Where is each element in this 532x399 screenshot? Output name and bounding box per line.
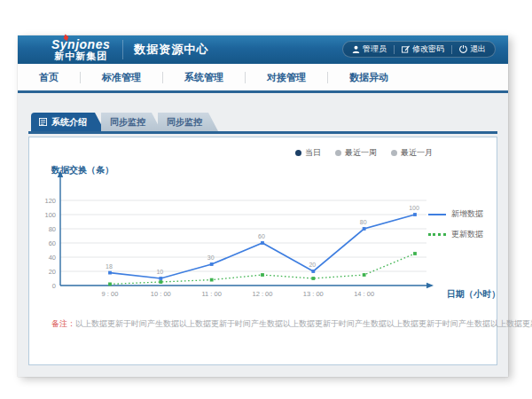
edit-icon [402, 45, 410, 53]
svg-text:30: 30 [207, 254, 215, 261]
user-toolbar: 管理员 修改密码 退出 [342, 41, 496, 58]
nav-item-standard-mgmt[interactable]: 标准管理 [81, 64, 162, 90]
range-option-today[interactable]: 当日 [295, 147, 321, 159]
logout-label: 退出 [470, 43, 486, 55]
svg-text:80: 80 [360, 219, 367, 225]
svg-text:40: 40 [49, 254, 56, 262]
pill-separator [394, 45, 395, 54]
header-divider [122, 40, 123, 59]
range-option-last-month[interactable]: 最近一月 [391, 147, 433, 159]
svg-text:60: 60 [49, 239, 56, 247]
svg-text:9 : 00: 9 : 00 [102, 290, 119, 298]
svg-text:14 : 00: 14 : 00 [354, 290, 374, 298]
page-title: 数据资源中心 [134, 42, 208, 58]
tab-bar: 系统介绍 同步监控 同步监控 [28, 113, 497, 134]
note-prefix: 备注： [51, 319, 75, 328]
tab-sync-monitor-1[interactable]: 同步监控 [101, 113, 161, 131]
main-nav: 首页 标准管理 系统管理 对接管理 数据异动 [18, 64, 508, 93]
time-range-selector: 当日 最近一周 最近一月 [295, 147, 433, 159]
svg-text:80: 80 [49, 225, 56, 233]
user-menu-button[interactable]: 管理员 [352, 43, 387, 55]
radio-selected-icon [295, 150, 301, 156]
logo-subtext: 新中新集团 [54, 51, 107, 61]
tab-label: 系统介绍 [51, 116, 87, 129]
logo-text: Synjones [51, 38, 110, 51]
range-option-last-week[interactable]: 最近一周 [335, 147, 377, 159]
user-icon [352, 45, 360, 53]
svg-text:10: 10 [156, 269, 163, 275]
pill-separator [451, 45, 452, 54]
svg-text:20: 20 [309, 262, 316, 268]
change-password-label: 修改密码 [412, 43, 444, 55]
radio-unselected-icon [335, 150, 341, 156]
range-option-label: 最近一周 [345, 147, 377, 159]
change-password-button[interactable]: 修改密码 [402, 43, 444, 55]
company-logo: Synjones 新中新集团 [51, 38, 110, 61]
chart-legend: 新增数据 更新数据 [428, 208, 492, 249]
legend-label: 更新数据 [451, 229, 483, 240]
svg-text:100: 100 [44, 211, 56, 219]
tab-sync-monitor-2[interactable]: 同步监控 [158, 113, 218, 131]
svg-text:120: 120 [44, 197, 56, 205]
svg-text:20: 20 [49, 268, 56, 276]
svg-text:10 : 00: 10 : 00 [151, 290, 171, 298]
logout-button[interactable]: 退出 [459, 43, 486, 55]
chart-panel: 当日 最近一周 最近一月 0204060801001209 : 0010 : 0… [28, 137, 497, 365]
content-area: 系统介绍 同步监控 同步监控 当日 最近一周 [18, 93, 508, 377]
document-icon [39, 118, 47, 126]
svg-text:18: 18 [106, 263, 113, 270]
power-icon [459, 45, 467, 53]
app-header: Synjones 新中新集团 数据资源中心 管理员 修改密码 退出 [18, 35, 508, 64]
range-option-label: 最近一月 [401, 147, 433, 159]
svg-text:12 : 00: 12 : 00 [253, 290, 273, 298]
svg-text:100: 100 [409, 205, 419, 211]
legend-swatch-solid [428, 214, 446, 215]
note-text: 以上数据更新于时间产生数据以上数据更新于时间产生数据以上数据更新于时间产生数据以… [75, 319, 532, 328]
svg-text:日期（小时）: 日期（小时） [447, 289, 499, 299]
svg-text:11 : 00: 11 : 00 [201, 290, 221, 298]
svg-text:60: 60 [258, 233, 265, 239]
nav-item-home[interactable]: 首页 [18, 64, 80, 90]
tab-label: 同步监控 [110, 116, 145, 129]
radio-unselected-icon [391, 150, 397, 156]
svg-text:0: 0 [52, 282, 56, 290]
legend-item-update-data: 更新数据 [428, 229, 492, 240]
tab-system-intro[interactable]: 系统介绍 [31, 113, 105, 131]
legend-label: 新增数据 [451, 208, 483, 220]
nav-item-interface-mgmt[interactable]: 对接管理 [246, 64, 327, 90]
tab-label: 同步监控 [167, 116, 202, 129]
user-label: 管理员 [363, 43, 387, 55]
footer-note: 备注：以上数据更新于时间产生数据以上数据更新于时间产生数据以上数据更新于时间产生… [51, 318, 532, 330]
svg-text:数据交换（条）: 数据交换（条） [51, 165, 113, 175]
legend-item-new-data: 新增数据 [428, 208, 492, 220]
nav-item-system-mgmt[interactable]: 系统管理 [163, 64, 245, 90]
range-option-label: 当日 [305, 147, 321, 159]
nav-item-data-change[interactable]: 数据异动 [328, 64, 410, 90]
app-window: Synjones 新中新集团 数据资源中心 管理员 修改密码 退出 首页 标准 [18, 35, 508, 377]
svg-text:13 : 00: 13 : 00 [303, 290, 324, 298]
legend-swatch-dotted [428, 233, 446, 236]
